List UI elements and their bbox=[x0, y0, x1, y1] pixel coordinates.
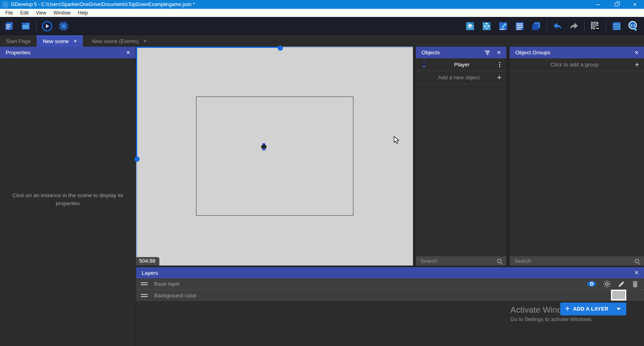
drag-handle-icon[interactable] bbox=[141, 282, 148, 285]
objects-editor-icon[interactable] bbox=[464, 20, 476, 32]
object-menu-icon[interactable] bbox=[498, 62, 502, 67]
object-groups-panel: Object Groups × Click to add a group + bbox=[510, 47, 644, 266]
add-new-object-row[interactable]: Add a new object + bbox=[416, 71, 506, 84]
layer-actions bbox=[587, 280, 638, 288]
objects-close-icon[interactable]: × bbox=[497, 49, 501, 56]
canvas-top-guide-light bbox=[279, 47, 413, 48]
cursor-coordinates-badge: 504;98 bbox=[136, 257, 159, 266]
properties-panel-header: Properties × bbox=[0, 47, 136, 58]
chevron-down-icon[interactable] bbox=[617, 308, 621, 310]
properties-editor-icon[interactable] bbox=[497, 20, 509, 32]
canvas-left-guide-dot[interactable] bbox=[134, 157, 140, 162]
menu-bar: File Edit View Window Help bbox=[0, 9, 644, 17]
layer-effects-icon[interactable] bbox=[603, 280, 611, 288]
layers-close-icon[interactable]: × bbox=[635, 270, 638, 276]
properties-panel: Properties × Click on an instance in the… bbox=[0, 47, 136, 346]
restore-button[interactable] bbox=[607, 0, 625, 9]
plus-icon: + bbox=[635, 61, 639, 68]
tab-new-scene[interactable]: New scene × bbox=[37, 35, 83, 47]
properties-panel-title: Properties bbox=[6, 49, 119, 56]
close-icon: × bbox=[633, 2, 636, 7]
clear-selection-icon[interactable] bbox=[589, 20, 601, 32]
undo-icon[interactable] bbox=[551, 20, 564, 32]
tab-gap bbox=[83, 35, 86, 47]
toolbar-separator bbox=[606, 21, 606, 32]
layer-list: Base layer Background color bbox=[136, 278, 644, 301]
editor-tab-bar: Start Page New scene × New scene (Events… bbox=[0, 35, 644, 47]
layers-panel-header: Layers × bbox=[136, 267, 644, 278]
canvas-top-guide bbox=[136, 47, 279, 48]
groups-search-box bbox=[510, 256, 644, 266]
properties-close-icon[interactable]: × bbox=[126, 49, 130, 56]
layers-panel: Layers × Base layer Background color Act… bbox=[136, 267, 644, 346]
svg-text:1:1: 1:1 bbox=[630, 24, 635, 27]
edit-layer-icon[interactable] bbox=[618, 280, 625, 288]
tab-new-scene-events[interactable]: New scene (Events) × bbox=[86, 35, 153, 47]
tab-start-page[interactable]: Start Page bbox=[0, 35, 37, 47]
canvas-top-guide-dot[interactable] bbox=[278, 45, 283, 51]
properties-empty-message: Click on an instance in the scene to dis… bbox=[7, 192, 128, 208]
layers-panel-title: Layers bbox=[142, 270, 627, 276]
activate-windows-subtext: Go to Settings to activate Windows. bbox=[510, 316, 593, 322]
menu-file[interactable]: File bbox=[2, 10, 17, 16]
add-group-label: Click to add a group bbox=[514, 62, 635, 68]
start-page-icon[interactable] bbox=[20, 20, 32, 32]
menu-window[interactable]: Window bbox=[50, 10, 74, 16]
tab-label: New scene (Events) bbox=[92, 38, 138, 44]
project-manager-icon[interactable] bbox=[3, 20, 15, 32]
title-bar: G GDevelop 5 - C:\Users\Sparkle\OneDrive… bbox=[0, 0, 644, 9]
scene-canvas[interactable]: 504;98 bbox=[136, 47, 413, 266]
object-groups-panel-title: Object Groups bbox=[515, 49, 627, 56]
player-thumbnail-icon bbox=[422, 62, 426, 67]
preview-play-icon[interactable] bbox=[41, 20, 53, 32]
game-window-frame bbox=[196, 97, 353, 216]
object-groups-panel-header: Object Groups × bbox=[510, 47, 644, 58]
redo-icon[interactable] bbox=[568, 20, 580, 32]
search-icon bbox=[497, 259, 502, 263]
menu-view[interactable]: View bbox=[32, 10, 50, 16]
object-groups-editor-icon[interactable] bbox=[481, 20, 493, 32]
window-title: GDevelop 5 - C:\Users\Sparkle\OneDrive\D… bbox=[11, 2, 195, 7]
delete-layer-icon[interactable] bbox=[632, 280, 638, 288]
tab-label: Start Page bbox=[6, 38, 31, 44]
menu-help[interactable]: Help bbox=[74, 10, 92, 16]
zoom-original-icon[interactable]: 1:1 bbox=[627, 20, 639, 32]
toolbar-separator bbox=[584, 21, 585, 32]
player-instance[interactable] bbox=[261, 143, 266, 150]
filter-icon[interactable] bbox=[485, 51, 490, 55]
add-object-label: Add a new object bbox=[421, 74, 497, 80]
minimize-button[interactable] bbox=[588, 0, 607, 9]
window-controls: × bbox=[588, 0, 644, 9]
objects-search-input[interactable] bbox=[421, 258, 494, 264]
restore-icon bbox=[615, 3, 618, 6]
object-list-item-player[interactable]: Player bbox=[416, 58, 506, 71]
object-groups-close-icon[interactable]: × bbox=[635, 49, 638, 56]
minimize-icon bbox=[596, 4, 600, 5]
background-color-swatch[interactable] bbox=[611, 290, 626, 301]
canvas-left-guide bbox=[136, 47, 137, 158]
canvas-left-guide-light bbox=[136, 158, 137, 266]
object-name: Player bbox=[426, 62, 498, 68]
add-layer-button[interactable]: + ADD A LAYER bbox=[560, 303, 626, 315]
visibility-on-icon[interactable] bbox=[587, 281, 596, 287]
tab-label: New scene bbox=[43, 38, 68, 44]
tab-close-icon[interactable]: × bbox=[143, 38, 147, 44]
drag-handle-icon[interactable] bbox=[141, 294, 148, 297]
layer-row-background[interactable]: Background color bbox=[136, 290, 644, 301]
layer-row-base[interactable]: Base layer bbox=[136, 278, 644, 290]
instances-list-icon[interactable] bbox=[514, 20, 526, 32]
debug-icon[interactable] bbox=[58, 20, 70, 32]
layers-editor-icon[interactable] bbox=[530, 20, 542, 32]
mouse-cursor bbox=[394, 136, 400, 145]
objects-panel-title: Objects bbox=[421, 49, 478, 56]
groups-search-input[interactable] bbox=[514, 258, 632, 264]
tab-close-icon[interactable]: × bbox=[74, 38, 77, 44]
toggle-grid-icon[interactable] bbox=[611, 20, 623, 32]
objects-panel: Objects × Player Add a new object + bbox=[416, 47, 506, 266]
add-layer-label: ADD A LAYER bbox=[573, 306, 609, 312]
add-group-row[interactable]: Click to add a group + bbox=[510, 58, 644, 71]
menu-edit[interactable]: Edit bbox=[17, 10, 32, 16]
objects-panel-header: Objects × bbox=[416, 47, 506, 58]
toolbar-separator bbox=[547, 21, 547, 32]
close-button[interactable]: × bbox=[625, 0, 644, 9]
